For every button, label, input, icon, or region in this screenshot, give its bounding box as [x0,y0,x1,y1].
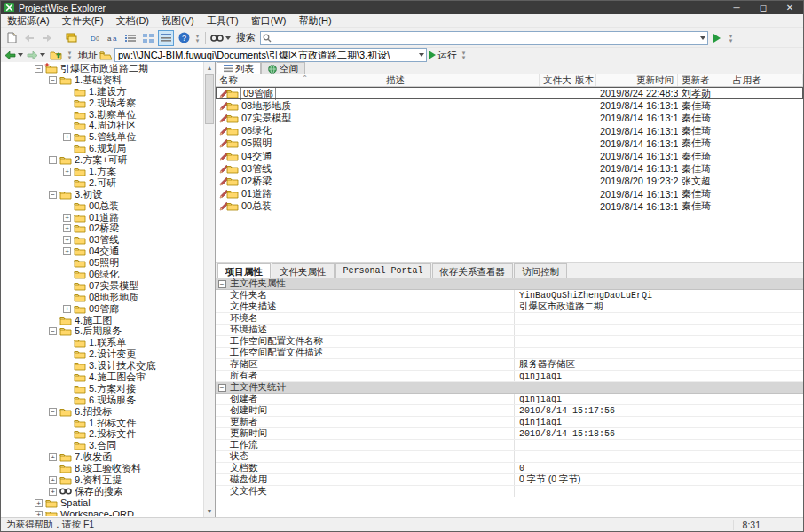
help-icon[interactable]: ? [176,30,192,46]
search-dropdown-icon[interactable] [696,32,707,44]
table-row[interactable]: 09管廊2019/8/24 22:48:33刘孝勋 [216,87,803,99]
table-body: 09管廊2019/8/24 22:48:33刘孝勋08地形地质2019/8/14… [216,87,803,262]
run-button[interactable]: 运行 [428,47,458,63]
collapse-icon[interactable]: − [49,156,57,164]
table-row[interactable]: 01道路2019/8/14 16:13:12秦佳琦 [216,188,803,200]
minimize-button[interactable]: ─ [723,1,750,14]
details-view-icon[interactable] [158,30,174,46]
folder-icon [74,98,86,108]
expand-icon[interactable]: + [49,488,57,496]
table-row[interactable]: 00总装2019/8/14 16:13:12秦佳琦 [216,200,803,213]
column-header-2[interactable]: 描述 [382,74,540,86]
column-header-6[interactable]: 更新者 [678,74,729,86]
table-row[interactable]: 06绿化2019/8/14 16:13:12秦佳琦 [216,125,803,137]
find-dropdown-icon[interactable] [225,36,231,40]
view-tab-active[interactable]: 列表 [217,62,261,74]
address-combobox[interactable] [114,48,427,62]
folder-icon [226,189,239,199]
search-input[interactable] [272,32,696,44]
table-row[interactable]: 03管线2019/8/14 16:13:12秦佳琦 [216,162,803,175]
collapse-icon[interactable]: − [49,408,57,416]
maximize-button[interactable]: ◻ [750,1,776,14]
up-folder-icon[interactable] [48,47,64,63]
search-run-button[interactable] [709,30,725,46]
file-updated: 2019/8/14 16:13:12 [596,100,678,111]
standard-toolbar: D0 aa ? ▾▾ 搜索 ▾▾ [1,27,803,47]
address-input[interactable] [115,49,414,61]
properties-tab[interactable]: 文件夹属性 [272,263,335,278]
menu-item-3[interactable]: 文档(D) [110,14,155,27]
redo-icon[interactable] [39,30,55,46]
undo-icon[interactable] [21,30,37,46]
tree-item[interactable]: +Spatial [1,497,203,509]
tree-scrollbar[interactable]: ▲ ▼ [203,62,215,517]
column-header-1[interactable]: 名称⌃ [216,74,382,86]
expand-icon[interactable]: + [35,499,43,507]
table-row[interactable]: 07实景模型2019/8/14 16:13:12秦佳琦 [216,112,803,124]
collapse-icon[interactable]: − [35,65,43,73]
copy-list-icon[interactable] [63,30,79,46]
expand-icon[interactable]: + [63,224,71,232]
search-combobox[interactable] [260,31,708,45]
tree-item[interactable]: +保存的搜索 [1,486,203,497]
folder-icon [226,138,239,148]
folder-icon [74,372,86,382]
expand-icon[interactable]: + [63,214,71,222]
properties-tab[interactable]: Personal Portal [335,263,431,278]
toolbar-overflow-icon[interactable]: ▾▾ [728,34,734,43]
toolbar-overflow-icon[interactable]: ▾▾ [194,34,201,43]
collapse-icon[interactable]: − [49,327,57,335]
table-row[interactable]: 08地形地质2019/8/14 16:13:12秦佳琦 [216,99,803,112]
table-row[interactable]: 02桥梁2019/8/20 19:23:24张文超 [216,175,803,187]
menu-item-1[interactable]: 数据源(A) [1,14,56,27]
menu-item-6[interactable]: 窗口(W) [245,14,293,27]
properties-tab[interactable]: 访问控制 [514,263,567,278]
column-header-7[interactable]: 占用者 [729,74,803,86]
tree-item[interactable]: +Workspace-ORD [1,509,203,516]
collapse-icon[interactable]: − [49,191,57,199]
scroll-thumb[interactable] [205,74,214,124]
expand-icon[interactable]: + [63,168,71,176]
find-icon[interactable] [209,30,232,46]
table-row[interactable]: 04交通2019/8/14 16:13:12秦佳琦 [216,150,803,162]
back-icon[interactable] [4,47,24,63]
menu-item-4[interactable]: 视图(V) [155,14,201,27]
folder-icon [45,510,58,516]
forward-icon[interactable] [26,47,46,63]
properties-tab[interactable]: 项目属性 [217,263,271,278]
column-header-5[interactable]: 更新时间 [596,74,678,86]
close-button[interactable]: ✕ [776,1,803,14]
scroll-up-icon[interactable]: ▲ [204,62,215,74]
view-tab-inactive[interactable]: 空间 [261,62,305,74]
menu-item-2[interactable]: 文件夹(F) [56,14,110,27]
collapse-icon[interactable]: − [49,76,57,84]
rename-icon[interactable]: aa [105,30,121,46]
toolbar-overflow-icon[interactable]: ▾▾ [67,51,73,59]
expand-icon[interactable]: + [63,236,71,244]
expand-icon[interactable]: + [49,453,57,461]
collapse-icon[interactable]: − [218,280,226,288]
folder-icon [74,213,86,223]
expand-icon[interactable]: + [63,247,71,255]
column-header-3[interactable]: 文件大小 [540,74,571,86]
thumbnails-view-icon[interactable] [140,30,156,46]
svg-text:a: a [107,35,112,43]
interface-icon[interactable]: D0 [87,30,103,46]
collapse-icon[interactable]: − [218,384,226,392]
menu-item-7[interactable]: 帮助(H) [292,14,337,27]
new-document-icon[interactable] [4,30,20,46]
expand-icon[interactable]: + [35,511,43,516]
expand-icon[interactable]: + [63,133,71,141]
address-dropdown-icon[interactable] [414,49,426,61]
scroll-down-icon[interactable]: ▼ [204,505,215,517]
list-view-icon[interactable] [122,30,138,46]
toolbar-overflow-icon[interactable]: ▾▾ [461,51,467,59]
column-header-4[interactable]: 版本 [571,74,596,86]
table-row[interactable]: 05照明2019/8/14 16:13:12秦佳琦 [216,137,803,150]
folder-icon [74,246,86,256]
expand-icon[interactable]: + [63,305,71,313]
properties-tab[interactable]: 依存关系查看器 [432,263,514,278]
expand-icon[interactable]: + [49,476,57,484]
property-label: 文件夹描述 [228,301,514,313]
menu-item-5[interactable]: 工具(T) [201,14,245,27]
